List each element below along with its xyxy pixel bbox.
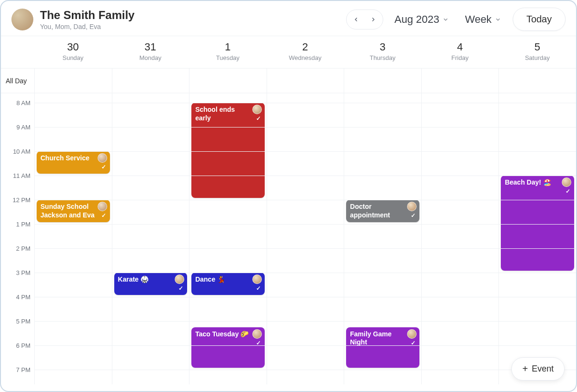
all-day-cell[interactable]	[34, 69, 112, 93]
day-number: 30	[34, 41, 112, 53]
week-nav	[346, 10, 383, 29]
hour-label: 1 PM	[16, 221, 30, 228]
hour-label: 2 PM	[16, 245, 30, 252]
day-number: 31	[112, 41, 189, 53]
event-title: Church Service	[40, 154, 97, 163]
family-members: You, Mom, Dad, Eva	[40, 23, 135, 30]
check-icon: ✓	[256, 115, 261, 122]
day-column[interactable]: Karate 🥋✓	[112, 93, 189, 384]
event-assignee-avatar	[175, 274, 184, 284]
event-assignee-avatar	[252, 329, 262, 339]
day-name: Monday	[112, 54, 189, 61]
check-icon: ✓	[256, 285, 261, 292]
chevron-left-icon	[353, 16, 359, 23]
day-header[interactable]: 4Friday	[421, 36, 499, 68]
calendar-event[interactable]: Sunday School Jackson and Eva✓	[37, 200, 110, 222]
plus-icon: +	[522, 363, 528, 374]
family-avatar[interactable]	[11, 9, 33, 30]
event-title: Taco Tuesday 🌮	[195, 330, 251, 339]
chevron-right-icon	[370, 16, 377, 23]
event-assignee-avatar	[252, 274, 262, 284]
time-gutter: 8 AM9 AM10 AM11 AM12 PM1 PM2 PM3 PM4 PM5…	[1, 93, 34, 384]
day-number: 4	[421, 41, 499, 53]
prev-week-button[interactable]	[348, 12, 364, 27]
month-label: Aug 2023	[395, 13, 439, 26]
all-day-cell[interactable]	[344, 69, 421, 93]
event-assignee-avatar	[407, 329, 417, 339]
hour-label: 9 AM	[16, 124, 30, 131]
all-day-cell[interactable]	[498, 69, 576, 93]
day-header[interactable]: 31Monday	[112, 36, 189, 68]
day-name: Thursday	[344, 54, 421, 61]
day-name: Sunday	[34, 54, 112, 61]
view-selector[interactable]: Week	[460, 10, 506, 29]
calendar-event[interactable]: Karate 🥋✓	[114, 273, 188, 295]
event-title: Beach Day! 🏖️	[505, 178, 561, 187]
day-column[interactable]: Beach Day! 🏖️✓	[498, 93, 576, 384]
hour-label: 3 PM	[16, 269, 30, 276]
event-assignee-avatar	[98, 202, 107, 211]
hour-label: 5 PM	[16, 318, 30, 325]
hour-label: 10 AM	[13, 148, 30, 155]
hour-label: 7 PM	[16, 366, 30, 373]
day-header[interactable]: 1Tuesday	[189, 36, 267, 68]
check-icon: ✓	[256, 340, 261, 347]
day-name: Tuesday	[189, 54, 267, 61]
all-day-cell[interactable]	[421, 69, 499, 93]
time-grid: 8 AM9 AM10 AM11 AM12 PM1 PM2 PM3 PM4 PM5…	[1, 93, 576, 384]
day-name: Saturday	[498, 54, 576, 61]
calendar-event[interactable]: School ends early✓	[191, 103, 265, 198]
chevron-down-icon	[495, 16, 501, 23]
day-column[interactable]: School ends early✓Dance 💃✓Taco Tuesday 🌮…	[189, 93, 267, 384]
next-week-button[interactable]	[366, 12, 381, 27]
event-assignee-avatar	[252, 105, 262, 114]
hour-label: 12 PM	[12, 196, 30, 204]
calendar-event[interactable]: Beach Day! 🏖️✓	[501, 176, 574, 271]
all-day-label: All Day	[1, 69, 34, 93]
check-icon: ✓	[101, 212, 106, 219]
day-name: Wednesday	[267, 54, 344, 61]
day-number: 2	[267, 41, 344, 53]
month-selector[interactable]: Aug 2023	[390, 10, 454, 29]
check-icon: ✓	[411, 340, 416, 347]
event-title: Doctor appointment	[350, 203, 406, 219]
calendar-event[interactable]: Doctor appointment✓	[346, 200, 419, 222]
add-event-button[interactable]: + Event	[511, 357, 565, 381]
event-assignee-avatar	[407, 202, 417, 211]
today-button[interactable]: Today	[513, 8, 566, 31]
header: The Smith Family You, Mom, Dad, Eva Aug …	[1, 1, 576, 36]
event-title: Family Game Night	[350, 330, 406, 347]
check-icon: ✓	[101, 164, 106, 171]
day-column[interactable]	[421, 93, 499, 384]
day-header[interactable]: 3Thursday	[344, 36, 421, 68]
all-day-cell[interactable]	[112, 69, 189, 93]
day-column[interactable]: Doctor appointment✓Family Game Night✓	[344, 93, 421, 384]
check-icon: ✓	[566, 188, 570, 195]
day-header-row: 30Sunday31Monday1Tuesday2Wednesday3Thurs…	[1, 36, 576, 69]
add-event-label: Event	[532, 364, 554, 374]
calendar-event[interactable]: Family Game Night✓	[346, 327, 419, 368]
all-day-row: All Day	[1, 69, 576, 93]
calendar-event[interactable]: Dance 💃✓	[191, 273, 265, 295]
view-label: Week	[465, 13, 492, 26]
hour-label: 4 PM	[16, 294, 30, 301]
header-titles: The Smith Family You, Mom, Dad, Eva	[40, 9, 135, 30]
day-header[interactable]: 2Wednesday	[267, 36, 344, 68]
day-column[interactable]	[267, 93, 344, 384]
event-title: School ends early	[195, 106, 251, 122]
check-icon: ✓	[411, 212, 416, 219]
event-assignee-avatar	[562, 177, 571, 187]
day-number: 5	[498, 41, 576, 53]
day-header[interactable]: 5Saturday	[498, 36, 576, 68]
event-title: Dance 💃	[195, 275, 251, 284]
calendar-app: The Smith Family You, Mom, Dad, Eva Aug …	[0, 0, 577, 392]
calendar-event[interactable]: Church Service✓	[37, 151, 110, 174]
day-header[interactable]: 30Sunday	[34, 36, 112, 68]
hour-label: 8 AM	[16, 99, 30, 107]
day-number: 1	[189, 41, 267, 53]
day-columns: Church Service✓Sunday School Jackson and…	[34, 93, 576, 384]
day-column[interactable]: Church Service✓Sunday School Jackson and…	[34, 93, 112, 384]
calendar-event[interactable]: Taco Tuesday 🌮✓	[191, 327, 265, 368]
all-day-cell[interactable]	[267, 69, 344, 93]
all-day-cell[interactable]	[189, 69, 267, 93]
